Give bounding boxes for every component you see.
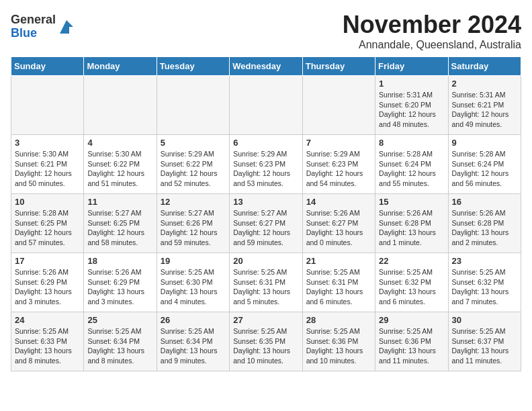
calendar-cell: 21Sunrise: 5:25 AM Sunset: 6:31 PM Dayli… — [302, 253, 375, 312]
svg-marker-0 — [60, 20, 73, 34]
title-area: November 2024 Annandale, Queensland, Aus… — [343, 11, 521, 51]
calendar-week-row: 24Sunrise: 5:25 AM Sunset: 6:33 PM Dayli… — [11, 312, 521, 371]
day-number: 17 — [15, 256, 80, 266]
calendar-title: November 2024 — [343, 11, 521, 39]
day-info: Sunrise: 5:25 AM Sunset: 6:34 PM Dayligh… — [87, 326, 152, 366]
calendar-cell: 13Sunrise: 5:27 AM Sunset: 6:27 PM Dayli… — [230, 194, 302, 253]
calendar-cell: 22Sunrise: 5:25 AM Sunset: 6:32 PM Dayli… — [375, 253, 448, 312]
day-info: Sunrise: 5:25 AM Sunset: 6:32 PM Dayligh… — [452, 267, 517, 307]
day-number: 11 — [87, 197, 152, 207]
logo: General Blue — [11, 13, 76, 40]
day-info: Sunrise: 5:29 AM Sunset: 6:23 PM Dayligh… — [233, 149, 298, 189]
day-number: 19 — [161, 256, 226, 266]
day-info: Sunrise: 5:29 AM Sunset: 6:22 PM Dayligh… — [161, 149, 226, 189]
day-info: Sunrise: 5:25 AM Sunset: 6:36 PM Dayligh… — [379, 326, 444, 366]
day-number: 3 — [15, 138, 80, 148]
calendar-week-row: 1Sunrise: 5:31 AM Sunset: 6:20 PM Daylig… — [11, 76, 521, 135]
calendar-cell: 25Sunrise: 5:25 AM Sunset: 6:34 PM Dayli… — [84, 312, 157, 371]
calendar-cell — [84, 76, 157, 135]
day-info: Sunrise: 5:26 AM Sunset: 6:27 PM Dayligh… — [306, 208, 371, 248]
calendar-cell: 8Sunrise: 5:28 AM Sunset: 6:24 PM Daylig… — [375, 135, 448, 194]
calendar-cell: 7Sunrise: 5:29 AM Sunset: 6:23 PM Daylig… — [302, 135, 375, 194]
day-number: 21 — [306, 256, 371, 266]
day-number: 2 — [452, 79, 517, 89]
day-info: Sunrise: 5:31 AM Sunset: 6:20 PM Dayligh… — [379, 90, 444, 130]
day-number: 14 — [306, 197, 371, 207]
day-number: 12 — [161, 197, 226, 207]
calendar-cell: 2Sunrise: 5:31 AM Sunset: 6:21 PM Daylig… — [448, 76, 521, 135]
calendar-cell — [11, 76, 84, 135]
calendar-cell: 3Sunrise: 5:30 AM Sunset: 6:21 PM Daylig… — [11, 135, 84, 194]
day-number: 7 — [306, 138, 371, 148]
weekday-header: Saturday — [448, 57, 521, 76]
day-info: Sunrise: 5:25 AM Sunset: 6:33 PM Dayligh… — [15, 326, 80, 366]
calendar-cell: 28Sunrise: 5:25 AM Sunset: 6:36 PM Dayli… — [302, 312, 375, 371]
day-number: 15 — [379, 197, 444, 207]
calendar-subtitle: Annandale, Queensland, Australia — [343, 39, 521, 51]
day-number: 10 — [15, 197, 80, 207]
calendar-cell: 15Sunrise: 5:26 AM Sunset: 6:28 PM Dayli… — [375, 194, 448, 253]
day-number: 26 — [161, 315, 226, 325]
day-number: 29 — [379, 315, 444, 325]
day-number: 20 — [233, 256, 298, 266]
weekday-header: Sunday — [11, 57, 84, 76]
weekday-header-row: SundayMondayTuesdayWednesdayThursdayFrid… — [11, 57, 521, 76]
day-number: 18 — [87, 256, 152, 266]
calendar-cell: 14Sunrise: 5:26 AM Sunset: 6:27 PM Dayli… — [302, 194, 375, 253]
calendar-cell: 18Sunrise: 5:26 AM Sunset: 6:29 PM Dayli… — [84, 253, 157, 312]
day-info: Sunrise: 5:25 AM Sunset: 6:31 PM Dayligh… — [306, 267, 371, 307]
day-info: Sunrise: 5:27 AM Sunset: 6:25 PM Dayligh… — [87, 208, 152, 248]
day-info: Sunrise: 5:26 AM Sunset: 6:29 PM Dayligh… — [87, 267, 152, 307]
day-info: Sunrise: 5:25 AM Sunset: 6:34 PM Dayligh… — [161, 326, 226, 366]
calendar-week-row: 3Sunrise: 5:30 AM Sunset: 6:21 PM Daylig… — [11, 135, 521, 194]
day-info: Sunrise: 5:28 AM Sunset: 6:24 PM Dayligh… — [452, 149, 517, 189]
calendar-cell: 5Sunrise: 5:29 AM Sunset: 6:22 PM Daylig… — [157, 135, 229, 194]
calendar-cell: 29Sunrise: 5:25 AM Sunset: 6:36 PM Dayli… — [375, 312, 448, 371]
day-info: Sunrise: 5:25 AM Sunset: 6:31 PM Dayligh… — [233, 267, 298, 307]
day-number: 5 — [161, 138, 226, 148]
day-info: Sunrise: 5:26 AM Sunset: 6:28 PM Dayligh… — [379, 208, 444, 248]
calendar-cell: 12Sunrise: 5:27 AM Sunset: 6:26 PM Dayli… — [157, 194, 229, 253]
calendar-cell: 10Sunrise: 5:28 AM Sunset: 6:25 PM Dayli… — [11, 194, 84, 253]
logo-icon — [57, 17, 76, 36]
calendar-cell — [302, 76, 375, 135]
day-number: 16 — [452, 197, 517, 207]
day-number: 8 — [379, 138, 444, 148]
day-number: 22 — [379, 256, 444, 266]
day-info: Sunrise: 5:26 AM Sunset: 6:28 PM Dayligh… — [452, 208, 517, 248]
calendar-cell: 6Sunrise: 5:29 AM Sunset: 6:23 PM Daylig… — [230, 135, 302, 194]
day-number: 23 — [452, 256, 517, 266]
weekday-header: Tuesday — [157, 57, 229, 76]
day-number: 9 — [452, 138, 517, 148]
day-number: 13 — [233, 197, 298, 207]
calendar-cell: 24Sunrise: 5:25 AM Sunset: 6:33 PM Dayli… — [11, 312, 84, 371]
day-number: 24 — [15, 315, 80, 325]
calendar-cell: 20Sunrise: 5:25 AM Sunset: 6:31 PM Dayli… — [230, 253, 302, 312]
day-info: Sunrise: 5:27 AM Sunset: 6:27 PM Dayligh… — [233, 208, 298, 248]
day-info: Sunrise: 5:28 AM Sunset: 6:25 PM Dayligh… — [15, 208, 80, 248]
day-info: Sunrise: 5:25 AM Sunset: 6:30 PM Dayligh… — [161, 267, 226, 307]
day-info: Sunrise: 5:26 AM Sunset: 6:29 PM Dayligh… — [15, 267, 80, 307]
day-info: Sunrise: 5:29 AM Sunset: 6:23 PM Dayligh… — [306, 149, 371, 189]
day-number: 6 — [233, 138, 298, 148]
calendar-week-row: 17Sunrise: 5:26 AM Sunset: 6:29 PM Dayli… — [11, 253, 521, 312]
weekday-header: Friday — [375, 57, 448, 76]
day-info: Sunrise: 5:30 AM Sunset: 6:21 PM Dayligh… — [15, 149, 80, 189]
calendar-cell: 9Sunrise: 5:28 AM Sunset: 6:24 PM Daylig… — [448, 135, 521, 194]
calendar-cell: 1Sunrise: 5:31 AM Sunset: 6:20 PM Daylig… — [375, 76, 448, 135]
calendar-cell: 19Sunrise: 5:25 AM Sunset: 6:30 PM Dayli… — [157, 253, 229, 312]
logo-blue: Blue — [11, 26, 37, 40]
calendar-week-row: 10Sunrise: 5:28 AM Sunset: 6:25 PM Dayli… — [11, 194, 521, 253]
weekday-header: Wednesday — [230, 57, 302, 76]
day-number: 25 — [87, 315, 152, 325]
header: General Blue November 2024 Annandale, Qu… — [11, 11, 521, 51]
day-number: 27 — [233, 315, 298, 325]
calendar-table: SundayMondayTuesdayWednesdayThursdayFrid… — [11, 56, 521, 371]
logo-general: General — [11, 13, 56, 26]
calendar-cell: 4Sunrise: 5:30 AM Sunset: 6:22 PM Daylig… — [84, 135, 157, 194]
calendar-cell: 16Sunrise: 5:26 AM Sunset: 6:28 PM Dayli… — [448, 194, 521, 253]
calendar-cell: 26Sunrise: 5:25 AM Sunset: 6:34 PM Dayli… — [157, 312, 229, 371]
calendar-cell: 27Sunrise: 5:25 AM Sunset: 6:35 PM Dayli… — [230, 312, 302, 371]
day-number: 28 — [306, 315, 371, 325]
day-number: 1 — [379, 79, 444, 89]
